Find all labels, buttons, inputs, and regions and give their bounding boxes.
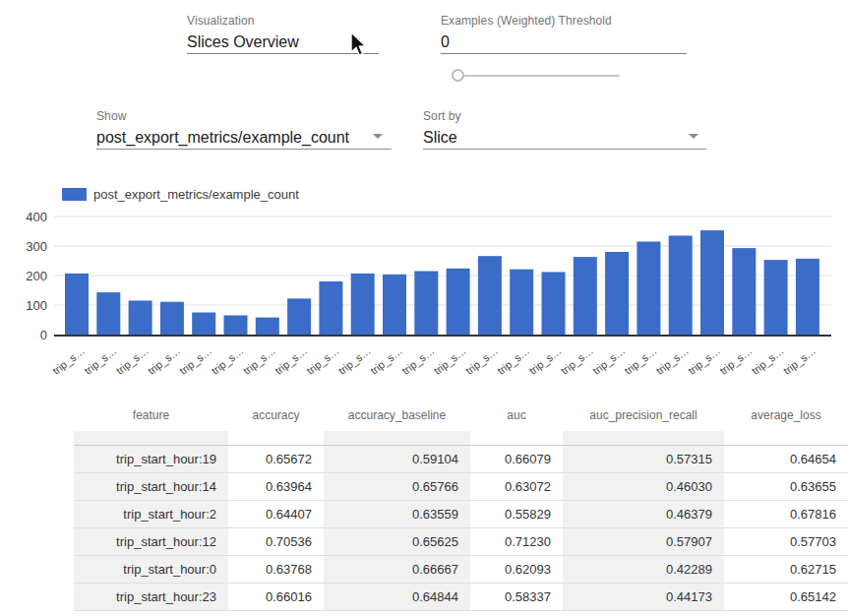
metric-cell-auc_precision_recall: 0.46379: [563, 500, 724, 527]
feature-cell: trip_start_hour:12: [74, 527, 228, 555]
bar-slice-8[interactable]: [319, 281, 342, 335]
show-label: Show: [96, 109, 392, 123]
filter-cell-accuracy: [228, 431, 324, 445]
metric-cell-auc: 0.63072: [470, 472, 563, 500]
table-row: trip_start_hour:20.644070.635590.558290.…: [74, 500, 848, 527]
bar-slice-22[interactable]: [764, 260, 788, 335]
threshold-underline: [441, 53, 687, 54]
filter-cell-auc: [470, 431, 563, 445]
bar-slice-18[interactable]: [637, 242, 660, 336]
column-header-feature[interactable]: feature: [74, 397, 228, 431]
bar-slice-20[interactable]: [700, 230, 724, 335]
show-underline: [96, 149, 392, 150]
show-dropdown[interactable]: Show post_export_metrics/example_count: [96, 109, 392, 147]
mouse-cursor-icon: [348, 31, 368, 59]
x-axis-tick-21: trip_s…: [717, 344, 754, 377]
metric-cell-auc: 0.62093: [470, 555, 563, 583]
show-value[interactable]: post_export_metrics/example_count: [96, 129, 392, 147]
table-filter-row: [74, 431, 848, 445]
filter-cell-accuracy_baseline: [324, 431, 470, 445]
sortby-value[interactable]: Slice: [423, 129, 708, 147]
bar-slice-7[interactable]: [287, 298, 311, 335]
x-axis-tick-2: trip_s…: [114, 344, 151, 377]
x-axis-tick-17: trip_s…: [590, 344, 627, 377]
bar-slice-5[interactable]: [224, 316, 248, 336]
metric-cell-accuracy: 0.65672: [228, 445, 324, 472]
column-header-accuracy_baseline[interactable]: accuracy_baseline: [324, 397, 470, 431]
column-header-accuracy[interactable]: accuracy: [228, 397, 324, 431]
feature-cell: trip_start_hour:23: [74, 583, 228, 610]
sortby-label: Sort by: [423, 109, 708, 123]
visualization-label: Visualization: [187, 14, 394, 28]
x-axis-tick-3: trip_s…: [146, 344, 182, 377]
feature-cell: trip_start_hour:14: [74, 472, 228, 500]
x-axis-tick-15: trip_s…: [526, 344, 563, 377]
y-axis-tick-0: 0: [40, 328, 47, 342]
show-chevron-down-icon[interactable]: [373, 134, 383, 139]
threshold-slider-track[interactable]: [455, 75, 620, 77]
x-axis-tick-4: trip_s…: [177, 344, 213, 377]
metrics-table: featureaccuracyaccuracy_baselineaucauc_p…: [74, 397, 848, 611]
bar-slice-12[interactable]: [447, 269, 470, 335]
table-header-row: featureaccuracyaccuracy_baselineaucauc_p…: [74, 397, 848, 431]
bar-slice-1[interactable]: [96, 292, 120, 335]
feature-cell: trip_start_hour:2: [74, 500, 228, 527]
threshold-label: Examples (Weighted) Threshold: [441, 14, 697, 28]
column-header-auc_precision_recall[interactable]: auc_precision_recall: [563, 397, 724, 431]
bar-slice-19[interactable]: [669, 236, 693, 336]
bar-slice-21[interactable]: [732, 248, 756, 335]
metric-cell-auc: 0.55829: [470, 500, 563, 527]
table-row: trip_start_hour:190.656720.591040.660790…: [74, 445, 848, 472]
table-row: trip_start_hour:120.705360.656250.712300…: [74, 527, 848, 555]
metric-cell-average_loss: 0.63655: [724, 472, 848, 500]
metric-cell-average_loss: 0.64654: [724, 445, 848, 472]
bar-slice-0[interactable]: [65, 274, 89, 335]
bar-slice-10[interactable]: [383, 275, 406, 335]
column-header-auc[interactable]: auc: [470, 397, 563, 431]
x-axis-tick-1: trip_s…: [82, 344, 118, 377]
metric-cell-auc_precision_recall: 0.57315: [563, 445, 724, 472]
x-axis-tick-5: trip_s…: [209, 344, 245, 377]
metric-cell-accuracy: 0.63768: [228, 555, 324, 583]
column-header-average_loss[interactable]: average_loss: [724, 397, 848, 431]
bar-slice-23[interactable]: [796, 259, 819, 335]
sortby-dropdown[interactable]: Sort by Slice: [423, 109, 708, 147]
threshold-slider-handle[interactable]: [452, 69, 464, 82]
metric-cell-accuracy: 0.70536: [228, 527, 324, 555]
y-axis-tick-200: 200: [26, 269, 47, 283]
feature-cell: trip_start_hour:19: [74, 445, 228, 472]
bar-slice-3[interactable]: [160, 302, 184, 335]
x-axis-tick-8: trip_s…: [304, 344, 340, 377]
bar-slice-15[interactable]: [542, 272, 566, 335]
metric-cell-auc: 0.66079: [470, 445, 563, 472]
x-axis-tick-22: trip_s…: [750, 344, 786, 377]
x-axis-tick-23: trip_s…: [781, 344, 818, 377]
bar-slice-14[interactable]: [510, 270, 533, 335]
bar-slice-6[interactable]: [256, 318, 279, 335]
bar-slice-11[interactable]: [414, 272, 438, 336]
bar-slice-13[interactable]: [478, 256, 502, 335]
x-axis-tick-20: trip_s…: [686, 344, 722, 377]
y-axis-tick-300: 300: [26, 239, 47, 254]
bar-slice-16[interactable]: [574, 257, 597, 335]
metric-cell-accuracy_baseline: 0.66667: [324, 555, 470, 583]
metric-cell-accuracy_baseline: 0.59104: [324, 445, 470, 472]
filter-cell-average_loss: [724, 431, 848, 445]
x-axis-tick-13: trip_s…: [463, 344, 500, 377]
x-axis-tick-10: trip_s…: [368, 344, 404, 377]
bar-slice-17[interactable]: [605, 252, 629, 335]
metric-cell-accuracy: 0.63964: [228, 472, 324, 500]
bar-slice-4[interactable]: [192, 313, 215, 336]
metric-cell-auc_precision_recall: 0.57907: [563, 527, 724, 555]
metric-cell-accuracy: 0.66016: [228, 583, 324, 610]
sortby-chevron-down-icon[interactable]: [689, 134, 698, 139]
y-axis-tick-100: 100: [26, 298, 47, 313]
x-axis-tick-9: trip_s…: [336, 344, 373, 377]
x-axis-tick-16: trip_s…: [559, 344, 595, 377]
y-axis-tick-400: 400: [26, 210, 47, 224]
x-axis-tick-0: trip_s…: [50, 344, 87, 377]
threshold-input[interactable]: 0: [441, 33, 697, 51]
bar-slice-9[interactable]: [351, 274, 375, 335]
bar-slice-2[interactable]: [129, 301, 152, 336]
threshold-field[interactable]: Examples (Weighted) Threshold 0: [441, 14, 697, 51]
